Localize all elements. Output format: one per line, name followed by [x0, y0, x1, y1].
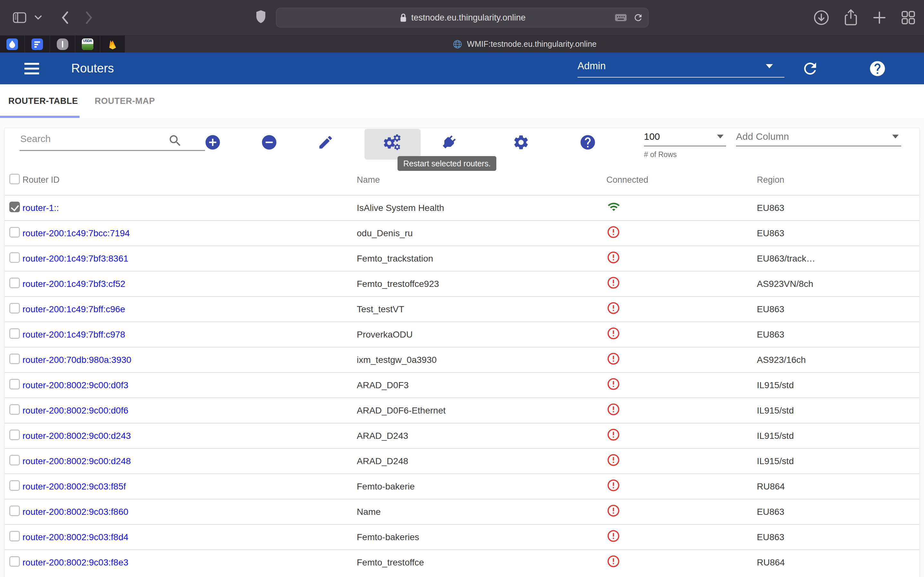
row-checkbox[interactable]: [9, 430, 20, 440]
help-icon[interactable]: [869, 60, 887, 77]
row-checkbox[interactable]: [9, 277, 20, 288]
router-id-link[interactable]: router-200:8002:9c00:d0f6: [23, 406, 128, 416]
status-cell: [601, 453, 757, 469]
restart-routers-button[interactable]: [383, 133, 401, 151]
drop-app-favicon: [6, 39, 18, 50]
add-router-button[interactable]: [204, 133, 222, 151]
router-name: Femto_trestoffce923: [357, 279, 601, 289]
router-name: Femto-bakeries: [357, 532, 601, 542]
table-row[interactable]: router-200:8002:9c03:f860 Name EU863: [5, 499, 919, 524]
row-checkbox[interactable]: [9, 328, 20, 339]
downloads-icon[interactable]: [813, 9, 830, 26]
pinned-tab[interactable]: [25, 35, 50, 53]
user-select[interactable]: Admin: [577, 59, 784, 77]
tab-overview-icon[interactable]: [900, 10, 916, 26]
router-id-link[interactable]: router-1::: [23, 203, 59, 213]
router-id-link[interactable]: router-200:8002:9c00:d248: [23, 456, 131, 466]
new-tab-icon[interactable]: [872, 10, 887, 25]
table-row[interactable]: router-200:70db:980a:3930 ixm_testgw_0a3…: [5, 347, 919, 372]
select-all-checkbox[interactable]: [9, 174, 20, 184]
status-cell: [601, 276, 757, 292]
rows-per-page-label: # of Rows: [644, 150, 726, 159]
pinned-tab[interactable]: [0, 35, 25, 53]
add-column-select[interactable]: Add Column: [736, 130, 901, 147]
table-row[interactable]: router-200:8002:9c00:d0f3 ARAD_D0F3 IL91…: [5, 372, 919, 398]
rows-per-page-select[interactable]: 100 # of Rows: [644, 130, 726, 159]
router-id-link[interactable]: router-200:8002:9c03:f860: [23, 507, 128, 517]
row-checkbox[interactable]: [9, 252, 20, 263]
table-row[interactable]: router-200:1c49:7bff:c96e Test_testVT EU…: [5, 296, 919, 322]
address-bar[interactable]: testnode.eu.thingularity.online: [276, 8, 649, 27]
usda-favicon: USDA: [82, 39, 94, 50]
active-tab[interactable]: WMIF:testnode.eu.thingularity.online: [125, 35, 924, 53]
router-id-link[interactable]: router-200:1c49:7bf3:8361: [23, 253, 128, 263]
pinned-tab[interactable]: USDA: [75, 35, 100, 53]
table-row[interactable]: router-200:1c49:7bf3:8361 Femto_tracksta…: [5, 245, 919, 271]
pinned-tab[interactable]: [50, 35, 75, 53]
view-tabs: ROUTER-TABLE ROUTER-MAP: [0, 84, 924, 118]
router-id-link[interactable]: router-200:8002:9c03:f8d4: [23, 532, 128, 542]
row-checkbox[interactable]: [9, 201, 20, 212]
row-checkbox[interactable]: [9, 556, 20, 567]
table-row[interactable]: router-200:8002:9c03:f8e3 Femto_trestoff…: [5, 550, 919, 575]
tab-router-table[interactable]: ROUTER-TABLE: [0, 84, 86, 118]
router-region: EU863: [757, 507, 919, 517]
table-row[interactable]: router-200:8002:9c00:d243 ARAD_D243 IL91…: [5, 423, 919, 448]
back-icon[interactable]: [61, 11, 69, 24]
browser-toolbar: testnode.eu.thingularity.online: [0, 0, 924, 35]
row-checkbox[interactable]: [9, 404, 20, 415]
row-checkbox[interactable]: [9, 455, 20, 466]
router-id-link[interactable]: router-200:8002:9c03:f85f: [23, 482, 126, 492]
row-checkbox[interactable]: [9, 303, 20, 314]
chevron-down-icon[interactable]: [35, 15, 42, 20]
error-icon: [606, 358, 620, 367]
table-row[interactable]: router-200:1c49:7bf3:cf52 Femto_trestoff…: [5, 271, 919, 296]
router-name: ixm_testgw_0a3930: [357, 355, 601, 365]
table-row[interactable]: router-200:1c49:7bff:c978 ProverkaODU EU…: [5, 322, 919, 347]
router-id-link[interactable]: router-200:1c49:7bff:c978: [23, 330, 125, 340]
error-icon: [606, 510, 620, 520]
error-icon: [606, 535, 620, 545]
table-help-button[interactable]: [579, 133, 597, 151]
tab-strip: USDA WMIF:testnode.eu.thingularity.onlin…: [0, 35, 924, 53]
refresh-icon[interactable]: [801, 60, 819, 77]
router-id-link[interactable]: router-200:70db:980a:3930: [23, 355, 131, 365]
router-region: EU863: [757, 330, 919, 340]
router-id-link[interactable]: router-200:8002:9c00:d243: [23, 431, 131, 441]
row-checkbox[interactable]: [9, 480, 20, 491]
table-row[interactable]: router-200:8002:9c00:d0f6 ARAD_D0F6-Ethe…: [5, 398, 919, 423]
router-region: AS923/16ch: [757, 355, 919, 365]
sidebar-icon[interactable]: [13, 12, 26, 23]
connect-router-button[interactable]: [440, 133, 458, 151]
table-row[interactable]: router-200:8002:9c03:f85f Femto-bakerie …: [5, 474, 919, 499]
table-row[interactable]: router-200:8002:9c00:d248 ARAD_D248 IL91…: [5, 448, 919, 474]
row-checkbox[interactable]: [9, 531, 20, 542]
router-id-link[interactable]: router-200:1c49:7bf3:cf52: [23, 279, 126, 289]
row-checkbox[interactable]: [9, 354, 20, 364]
keyboard-icon[interactable]: [614, 13, 627, 23]
share-icon[interactable]: [843, 9, 859, 27]
pinned-tab[interactable]: [100, 35, 125, 53]
router-id-link[interactable]: router-200:8002:9c00:d0f3: [23, 380, 128, 390]
table-row[interactable]: router-1:: IsAlive System Health EU863: [5, 195, 919, 220]
row-checkbox[interactable]: [9, 379, 20, 390]
remove-router-button[interactable]: [260, 133, 278, 151]
table-row[interactable]: router-200:1c49:7bcc:7194 odu_Denis_ru E…: [5, 220, 919, 245]
router-id-link[interactable]: router-200:8002:9c03:f8e3: [23, 558, 128, 567]
tab-router-map[interactable]: ROUTER-MAP: [86, 84, 163, 118]
error-icon: [606, 459, 620, 469]
forward-icon[interactable]: [85, 11, 93, 24]
router-id-link[interactable]: router-200:1c49:7bcc:7194: [23, 228, 130, 238]
table-row[interactable]: router-200:8002:9c03:f8d4 Femto-bakeries…: [5, 524, 919, 550]
table-body: router-1:: IsAlive System Health EU863 r…: [5, 195, 919, 575]
reload-icon[interactable]: [633, 13, 643, 23]
error-icon: [606, 560, 620, 570]
menu-icon[interactable]: [24, 63, 39, 74]
edit-router-button[interactable]: [317, 133, 334, 151]
settings-button[interactable]: [512, 133, 530, 151]
row-checkbox[interactable]: [9, 227, 20, 237]
privacy-shield-icon[interactable]: [255, 10, 266, 24]
screen: testnode.eu.thingularity.online: [0, 0, 924, 577]
row-checkbox[interactable]: [9, 506, 20, 516]
router-id-link[interactable]: router-200:1c49:7bff:c96e: [23, 304, 125, 314]
